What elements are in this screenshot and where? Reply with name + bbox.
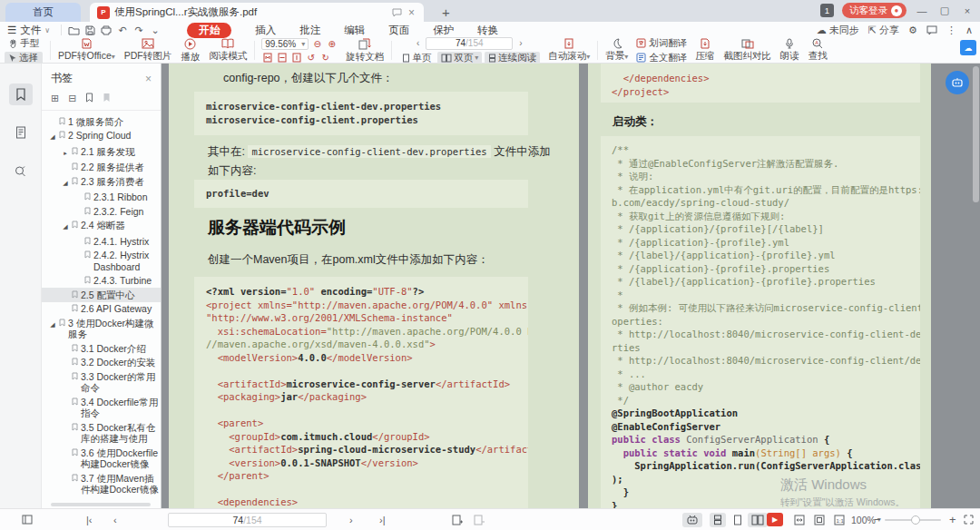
- bookmark-item[interactable]: ◢2 Spring Cloud: [42, 129, 161, 145]
- page-number-input[interactable]: 74/154: [426, 37, 513, 50]
- previous-page-icon[interactable]: ‹: [113, 515, 117, 525]
- zoom-level-select[interactable]: 99.56%▾: [261, 38, 309, 50]
- bookmark-item[interactable]: 3.1 Docker介绍: [42, 341, 161, 356]
- panel-toggle-icon[interactable]: [22, 515, 33, 525]
- bookmark-item[interactable]: 2.2 服务提供者: [42, 161, 161, 175]
- tree-toggle-icon[interactable]: ◢: [62, 220, 69, 233]
- pdf-to-office-button[interactable]: PDF转Office▾: [54, 38, 120, 63]
- single-page-view-icon[interactable]: [730, 513, 746, 527]
- maximize-button[interactable]: ▢: [937, 5, 952, 16]
- bookmark-item[interactable]: ◢2.3 服务消费者: [42, 174, 161, 191]
- collapse-all-icon[interactable]: ⊟: [68, 93, 76, 104]
- rotate-left-icon[interactable]: ↺: [305, 52, 317, 63]
- bookmark-item[interactable]: ▸2.1 服务发现: [42, 144, 161, 161]
- open-folder-icon[interactable]: [65, 25, 82, 35]
- pin-icon[interactable]: ⌄: [147, 25, 163, 36]
- vertical-scrollbar[interactable]: [973, 66, 979, 202]
- tab-close-icon[interactable]: ×: [407, 6, 416, 19]
- bookmark-item[interactable]: 3.5 Docker私有仓库的搭建与使用: [42, 420, 161, 446]
- add-bookmark-icon[interactable]: [85, 93, 93, 104]
- fit-page-icon[interactable]: [814, 515, 825, 525]
- play-button[interactable]: 播放: [176, 38, 204, 63]
- bookmark-item[interactable]: 1 微服务简介: [42, 114, 161, 129]
- insert-page-icon[interactable]: [452, 515, 463, 525]
- assistant-floating-button[interactable]: [946, 71, 969, 94]
- bookmark-item[interactable]: 2.5 配置中心: [42, 288, 161, 302]
- bookmark-item[interactable]: ◢3.8 Docker Compose: [42, 496, 161, 499]
- single-page-view-button[interactable]: 单页: [398, 52, 435, 64]
- actual-size-icon[interactable]: [290, 52, 302, 63]
- hand-tool-button[interactable]: 手型: [5, 37, 43, 50]
- save-icon[interactable]: [82, 25, 98, 35]
- bookmark-item[interactable]: 3.6 使用Dockerfile构建Docker镜像: [42, 446, 161, 471]
- tab-comment-icon[interactable]: [392, 8, 402, 17]
- sync-status[interactable]: ☁ 未同步: [817, 24, 859, 37]
- bookmark-item[interactable]: ◢2.4 熔断器: [42, 219, 161, 235]
- zoom-slider-knob[interactable]: [911, 515, 920, 525]
- menu-tab-开始[interactable]: 开始: [187, 23, 231, 38]
- bookmark-icon[interactable]: [103, 93, 111, 104]
- cloud-docs-badge[interactable]: ☁: [960, 40, 976, 55]
- next-page-icon[interactable]: ›: [349, 515, 353, 525]
- read-mode-button[interactable]: 阅读模式: [204, 38, 251, 63]
- panel-close-icon[interactable]: ×: [145, 73, 152, 85]
- slideshow-play-button[interactable]: ▶: [767, 513, 783, 526]
- bookmark-item[interactable]: ◢3 使用Docker构建微服务: [42, 316, 161, 341]
- bookmark-item[interactable]: 3.4 Dockerfile常用指令: [42, 395, 161, 420]
- more-kebab-icon[interactable]: ⋮: [946, 25, 956, 36]
- double-page-view-icon[interactable]: [748, 513, 768, 527]
- thumbnails-panel-icon[interactable]: [9, 122, 33, 143]
- expand-all-icon[interactable]: ⊞: [51, 93, 59, 104]
- bookmark-item[interactable]: 2.6 API Gateway: [42, 302, 161, 317]
- continuous-view-icon[interactable]: [710, 513, 726, 527]
- fit-page-icon[interactable]: [261, 52, 273, 63]
- fullscreen-icon[interactable]: [964, 515, 974, 525]
- redo-icon[interactable]: ↷: [131, 25, 147, 36]
- tree-toggle-icon[interactable]: ◢: [49, 130, 56, 143]
- menu-tab-批注[interactable]: 批注: [299, 24, 320, 37]
- menu-tab-保护[interactable]: 保护: [433, 24, 454, 37]
- last-page-icon[interactable]: ›|: [379, 515, 386, 525]
- background-button[interactable]: 背景▾: [601, 38, 632, 63]
- collapse-ribbon-icon[interactable]: ∧: [965, 25, 973, 36]
- tree-toggle-icon[interactable]: ◢: [62, 176, 69, 190]
- rotate-document-button[interactable]: 旋转文档: [341, 38, 388, 63]
- bookmark-item[interactable]: 2.3.1 Ribbon: [42, 191, 161, 205]
- pdf-to-image-button[interactable]: PDF转图片: [120, 38, 177, 63]
- extract-page-icon[interactable]: [474, 515, 485, 525]
- message-badge[interactable]: 1: [820, 4, 834, 17]
- settings-gear-icon[interactable]: ⚙: [908, 25, 917, 36]
- fit-width-icon[interactable]: [276, 52, 288, 63]
- screenshot-compare-button[interactable]: 截图纠对比: [719, 38, 776, 63]
- horizontal-scrollbar[interactable]: [51, 503, 151, 506]
- file-menu[interactable]: ☰文件∨: [0, 24, 57, 37]
- undo-icon[interactable]: ↶: [114, 25, 131, 36]
- print-icon[interactable]: [98, 25, 114, 35]
- auto-scroll-button[interactable]: 自动滚动▾: [544, 38, 594, 63]
- minimize-button[interactable]: —: [915, 5, 929, 16]
- bookmarks-panel-icon[interactable]: [9, 83, 33, 105]
- bookmark-item[interactable]: 2.4.3. Turbine: [42, 274, 161, 289]
- double-page-view-button[interactable]: 双页▾: [437, 52, 482, 64]
- bookmark-item[interactable]: 3.2 Docker的安装: [42, 356, 161, 370]
- bookmark-item[interactable]: 2.4.2. Hystrix Dashboard: [42, 249, 161, 274]
- document-canvas[interactable]: config-repo，创建以下几个文件： microservice-confi…: [162, 64, 980, 508]
- menu-tab-编辑[interactable]: 编辑: [344, 24, 365, 37]
- tree-toggle-icon[interactable]: ◢: [62, 498, 69, 500]
- zoom-in-icon[interactable]: +: [949, 513, 956, 526]
- annotations-panel-icon[interactable]: [9, 160, 33, 182]
- menu-tab-插入[interactable]: 插入: [255, 24, 276, 37]
- guest-login-button[interactable]: 访客登录●: [842, 3, 906, 18]
- home-tab[interactable]: 首页: [5, 3, 81, 22]
- actual-size-icon[interactable]: 1:1: [834, 515, 845, 525]
- tree-toggle-icon[interactable]: ◢: [49, 318, 56, 331]
- page-number-input[interactable]: 74/154: [168, 513, 327, 527]
- document-tab[interactable]: P 使用SpringCl...r实战微服务.pdf ×: [90, 3, 424, 22]
- menu-tab-页面[interactable]: 页面: [388, 24, 409, 37]
- eye-protection-icon[interactable]: [682, 513, 702, 527]
- share-button[interactable]: ⇱ 分享: [868, 24, 899, 37]
- full-translate-button[interactable]: 全文翻译: [636, 52, 687, 64]
- bookmark-item[interactable]: 3.3 Docker的常用命令: [42, 369, 161, 395]
- continuous-view-button[interactable]: 连续阅读: [485, 52, 540, 64]
- first-page-icon[interactable]: |‹: [86, 515, 93, 525]
